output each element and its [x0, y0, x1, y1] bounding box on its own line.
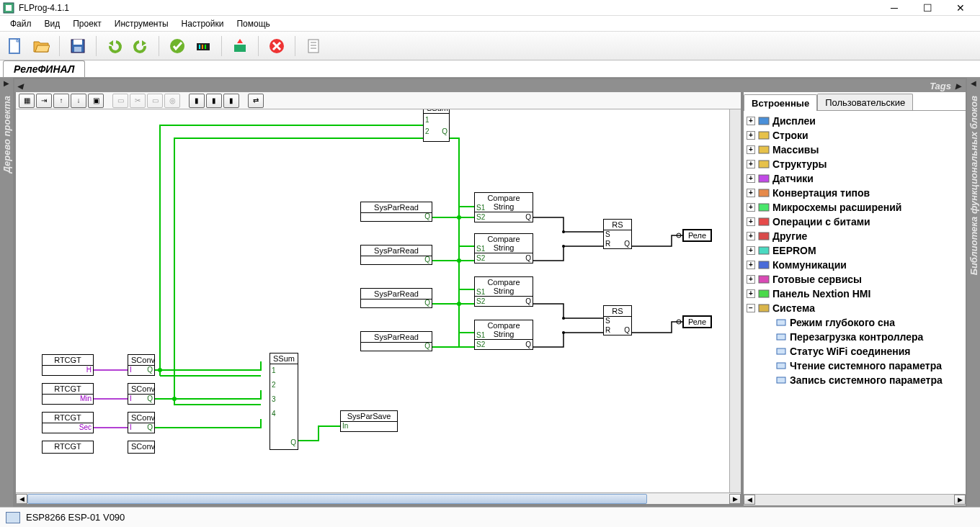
- block-rs-1[interactable]: RS S R Q: [603, 219, 632, 249]
- library-tree[interactable]: +Дисплеи+Строки+Массивы+Структуры+Датчик…: [744, 111, 966, 494]
- lib-subitem-13-3[interactable]: Чтение системного параметра: [745, 359, 964, 373]
- lib-item-13[interactable]: −Система: [745, 301, 964, 315]
- lib-item-10[interactable]: +Коммуникации: [745, 258, 964, 272]
- block-rtcgt-3[interactable]: RTCGT Sec: [42, 412, 94, 433]
- lib-subitem-13-2[interactable]: Статус WiFi соединения: [745, 344, 964, 359]
- expand-icon[interactable]: +: [747, 189, 755, 197]
- menu-file[interactable]: Файл: [4, 17, 37, 30]
- menu-view[interactable]: Вид: [39, 17, 66, 30]
- block-sconv-1[interactable]: SConv I Q: [128, 354, 155, 376]
- redo-button[interactable]: [130, 35, 151, 57]
- lib-item-6[interactable]: +Микросхемы расширений: [745, 200, 964, 215]
- expand-icon[interactable]: +: [747, 217, 755, 226]
- lib-subitem-13-4[interactable]: Запись системного параметра: [745, 373, 964, 387]
- canvas[interactable]: SSum 1 2 Q SysParRead Q SysParRead Q: [16, 109, 741, 492]
- expand-icon[interactable]: +: [747, 131, 755, 140]
- expand-icon[interactable]: +: [747, 261, 755, 269]
- block-sconv-2[interactable]: SConv I Q: [128, 383, 155, 405]
- project-tree-panel-collapsed[interactable]: ▶ Дерево проекта: [0, 78, 13, 507]
- tags-left-caret-icon[interactable]: ◀: [17, 82, 23, 90]
- lib-hscroll-left-icon[interactable]: ◀: [744, 495, 755, 505]
- ctool-13[interactable]: ⇄: [248, 94, 264, 108]
- open-button[interactable]: [30, 35, 52, 57]
- maximize-button[interactable]: ☐: [911, 1, 944, 15]
- compile-button[interactable]: [192, 35, 214, 57]
- ctool-10[interactable]: ▮: [189, 94, 205, 108]
- lib-item-5[interactable]: +Конвертация типов: [745, 186, 964, 200]
- block-ssum-top[interactable]: SSum 1 2 Q: [423, 109, 450, 142]
- ctool-11[interactable]: ▮: [206, 94, 222, 108]
- expand-icon[interactable]: +: [747, 232, 755, 240]
- block-sysparread-1[interactable]: SysParRead Q: [360, 202, 432, 222]
- lib-item-11[interactable]: +Готовые сервисы: [745, 272, 964, 287]
- lib-subitem-13-1[interactable]: Перезагрузка контроллера: [745, 330, 964, 344]
- menu-tools[interactable]: Инструменты: [109, 17, 174, 30]
- block-rtcgt-2[interactable]: RTCGT Min: [42, 383, 94, 405]
- block-sysparread-2[interactable]: SysParRead Q: [360, 245, 432, 265]
- expand-left-icon[interactable]: ▶: [2, 78, 11, 89]
- hscroll-right-icon[interactable]: ▶: [729, 494, 741, 504]
- expand-icon[interactable]: +: [747, 246, 755, 255]
- lib-item-3[interactable]: +Структуры: [745, 157, 964, 171]
- lib-item-2[interactable]: +Массивы: [745, 143, 964, 157]
- block-ssum-left[interactable]: SSum 1 2 3 4 Q: [270, 353, 298, 450]
- lib-subitem-13-0[interactable]: Режим глубокого сна: [745, 315, 964, 330]
- expand-icon[interactable]: +: [747, 203, 755, 212]
- menu-settings[interactable]: Настройки: [176, 17, 230, 30]
- block-rele-1[interactable]: Реле: [682, 229, 712, 242]
- save-button[interactable]: [67, 35, 89, 57]
- close-button[interactable]: ✕: [944, 1, 977, 15]
- expand-icon[interactable]: +: [747, 174, 755, 183]
- tab-project[interactable]: РелеФИНАЛ: [3, 60, 85, 77]
- lib-item-7[interactable]: +Операции с битами: [745, 215, 964, 229]
- hscroll-thumb[interactable]: [27, 494, 647, 504]
- ctool-2[interactable]: ⇥: [36, 94, 52, 108]
- block-sconv-4[interactable]: SConv: [128, 441, 155, 454]
- lib-item-12[interactable]: +Панель Nextion HMI: [745, 287, 964, 301]
- ctool-12[interactable]: ▮: [223, 94, 239, 108]
- block-compare-1[interactable]: Compare String S1 S2 Q: [474, 192, 533, 222]
- tags-bar[interactable]: ◀ Tags ▶: [14, 79, 966, 92]
- block-rs-2[interactable]: RS S R Q: [603, 305, 632, 335]
- menu-project[interactable]: Проект: [67, 17, 107, 30]
- lib-item-0[interactable]: +Дисплеи: [745, 114, 964, 128]
- block-sysparread-3[interactable]: SysParRead Q: [360, 288, 432, 308]
- expand-icon[interactable]: +: [747, 145, 755, 154]
- expand-icon[interactable]: +: [747, 117, 755, 125]
- menu-help[interactable]: Помощь: [231, 17, 275, 30]
- library-hscroll[interactable]: ◀ ▶: [744, 494, 966, 505]
- upload-button[interactable]: [229, 35, 251, 57]
- verify-button[interactable]: [166, 35, 188, 57]
- minimize-button[interactable]: ─: [878, 1, 911, 15]
- block-compare-2[interactable]: Compare String S1 S2 Q: [474, 233, 533, 264]
- tab-user[interactable]: Пользовательские: [817, 94, 913, 110]
- library-panel-collapsed[interactable]: ◀ Библиотека функциональных блоков: [967, 78, 980, 507]
- ctool-5[interactable]: ▣: [88, 94, 104, 108]
- lib-hscroll-right-icon[interactable]: ▶: [954, 495, 966, 505]
- undo-button[interactable]: [104, 35, 125, 57]
- block-sysparread-4[interactable]: SysParRead Q: [360, 331, 432, 351]
- expand-right-icon[interactable]: ◀: [969, 78, 978, 89]
- block-sysparsave[interactable]: SysParSave In: [340, 410, 398, 432]
- lib-item-4[interactable]: +Датчики: [745, 171, 964, 186]
- block-compare-3[interactable]: Compare String S1 S2 Q: [474, 276, 533, 307]
- lib-item-1[interactable]: +Строки: [745, 128, 964, 143]
- tags-right-caret-icon[interactable]: ▶: [956, 82, 961, 90]
- block-sconv-3[interactable]: SConv I Q: [128, 412, 155, 433]
- block-rele-2[interactable]: Реле: [682, 315, 712, 328]
- expand-icon[interactable]: −: [747, 304, 755, 312]
- lib-item-9[interactable]: +EEPROM: [745, 243, 964, 258]
- expand-icon[interactable]: +: [747, 289, 755, 298]
- tab-builtin[interactable]: Встроенные: [744, 94, 817, 111]
- ctool-1[interactable]: ▦: [19, 94, 35, 108]
- block-rtcgt-1[interactable]: RTCGT H: [42, 354, 94, 376]
- stop-button[interactable]: [266, 35, 288, 57]
- new-button[interactable]: [4, 35, 26, 57]
- block-rtcgt-4[interactable]: RTCGT: [42, 441, 94, 454]
- page-button[interactable]: [303, 35, 324, 57]
- canvas-hscroll[interactable]: ◀ ▶: [16, 492, 741, 504]
- expand-icon[interactable]: +: [747, 160, 755, 168]
- lib-item-8[interactable]: +Другие: [745, 229, 964, 243]
- hscroll-left-icon[interactable]: ◀: [16, 494, 27, 504]
- ctool-up[interactable]: ↑: [53, 94, 69, 108]
